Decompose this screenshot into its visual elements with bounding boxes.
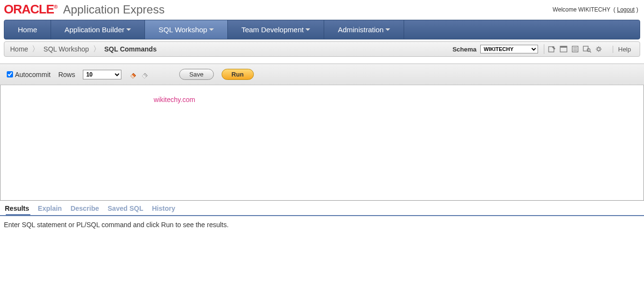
results-message: Enter SQL statement or PL/SQL command an… bbox=[4, 221, 229, 229]
nav-label: Administration bbox=[338, 26, 383, 34]
chevron-down-icon bbox=[305, 28, 310, 31]
gear-icon[interactable] bbox=[593, 44, 604, 54]
nav-sql-workshop[interactable]: SQL Workshop bbox=[145, 20, 228, 39]
search-find-icon[interactable] bbox=[582, 44, 592, 54]
nav-spacer bbox=[404, 20, 640, 39]
nav-label: SQL Workshop bbox=[158, 26, 207, 34]
breadcrumb-home[interactable]: Home bbox=[8, 45, 30, 53]
tab-history[interactable]: History bbox=[152, 205, 175, 212]
schema-label: Schema bbox=[452, 46, 476, 53]
breadcrumb-separator-icon: 〉 bbox=[32, 44, 39, 54]
svg-line-17 bbox=[600, 47, 601, 48]
svg-point-10 bbox=[597, 48, 600, 51]
edit-icon[interactable] bbox=[547, 44, 558, 54]
tab-explain[interactable]: Explain bbox=[38, 205, 62, 212]
window-icon[interactable] bbox=[559, 44, 569, 54]
svg-rect-2 bbox=[560, 46, 567, 48]
chevron-down-icon bbox=[209, 28, 214, 31]
svg-line-18 bbox=[597, 51, 598, 51]
autocommit-control[interactable]: Autocommit bbox=[7, 71, 51, 78]
tab-results[interactable]: Results bbox=[5, 205, 29, 212]
list-icon[interactable] bbox=[570, 44, 581, 54]
username: WIKITECHY bbox=[578, 6, 610, 13]
help-link[interactable]: Help bbox=[613, 46, 636, 53]
breadcrumb-sql-workshop[interactable]: SQL Workshop bbox=[41, 45, 91, 53]
logout-link[interactable]: Logout bbox=[617, 6, 635, 13]
chevron-down-icon bbox=[385, 28, 390, 31]
nav-application-builder[interactable]: Application Builder bbox=[51, 20, 145, 39]
nav-administration[interactable]: Administration bbox=[324, 20, 404, 39]
nav-team-development[interactable]: Team Development bbox=[228, 20, 324, 39]
results-tabs: Results Explain Describe Saved SQL Histo… bbox=[0, 201, 644, 216]
breadcrumb-bar: Home 〉 SQL Workshop 〉 SQL Commands Schem… bbox=[4, 41, 640, 57]
nav-home[interactable]: Home bbox=[4, 20, 51, 39]
autocommit-checkbox[interactable] bbox=[7, 71, 13, 77]
svg-line-15 bbox=[597, 47, 598, 48]
tab-describe[interactable]: Describe bbox=[70, 205, 99, 212]
toolbar-icons bbox=[544, 44, 607, 54]
eraser-icons bbox=[129, 70, 149, 79]
logo-area: ORACLE® Application Express bbox=[4, 2, 165, 17]
autocommit-label: Autocommit bbox=[15, 71, 51, 78]
rows-select[interactable]: 10 bbox=[83, 70, 121, 79]
welcome-prefix: Welcome bbox=[552, 6, 578, 13]
sql-editor[interactable] bbox=[0, 85, 644, 200]
results-body: Enter SQL statement or PL/SQL command an… bbox=[0, 216, 644, 233]
control-bar: Autocommit Rows 10 Save Run bbox=[0, 64, 644, 85]
run-button[interactable]: Run bbox=[222, 69, 254, 80]
chevron-down-icon bbox=[126, 28, 131, 31]
nav-label: Team Development bbox=[241, 26, 303, 34]
breadcrumb-right: Schema WIKITECHY Help bbox=[452, 44, 636, 54]
breadcrumb-sql-commands: SQL Commands bbox=[103, 45, 159, 53]
schema-select[interactable]: WIKITECHY bbox=[480, 45, 538, 53]
app-title: Application Express bbox=[63, 3, 165, 16]
header: ORACLE® Application Express Welcome WIKI… bbox=[0, 0, 644, 20]
clear-icon[interactable] bbox=[129, 70, 138, 79]
svg-line-16 bbox=[600, 51, 601, 51]
svg-line-9 bbox=[590, 51, 591, 52]
oracle-logo: ORACLE® bbox=[4, 2, 57, 17]
nav-label: Application Builder bbox=[65, 26, 124, 34]
sql-editor-area: wikitechy.com bbox=[0, 85, 644, 201]
breadcrumb: Home 〉 SQL Workshop 〉 SQL Commands bbox=[8, 44, 158, 54]
welcome-text: Welcome WIKITECHY ( Logout ) bbox=[552, 6, 638, 13]
breadcrumb-separator-icon: 〉 bbox=[93, 44, 101, 54]
nav-label: Home bbox=[18, 26, 37, 34]
rows-label: Rows bbox=[58, 71, 75, 78]
main-nav: Home Application Builder SQL Workshop Te… bbox=[4, 20, 640, 39]
clear-all-icon[interactable] bbox=[141, 70, 149, 79]
save-button[interactable]: Save bbox=[179, 69, 214, 80]
tab-saved-sql[interactable]: Saved SQL bbox=[108, 205, 144, 212]
